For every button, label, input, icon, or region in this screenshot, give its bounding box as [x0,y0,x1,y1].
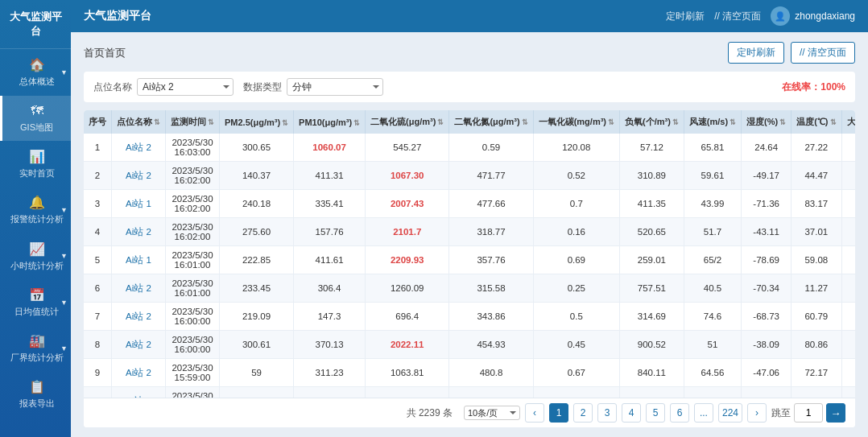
table-cell: 38.89 [684,387,741,398]
export-button[interactable]: 定时刷新 [728,42,784,64]
table-cell: 147.3 [294,303,366,331]
sidebar-item-alarm-label: 报警统计分析 [10,213,64,225]
table-cell: 315.58 [449,274,533,303]
sort-so2[interactable]: ⇅ [437,118,444,126]
table-cell [841,134,855,162]
page-5[interactable]: 5 [646,403,665,423]
table-cell: 40.5 [684,274,741,303]
table-cell: 696.4 [366,303,449,331]
per-page-select[interactable]: 10条/页 20条/页 50条/页 [464,406,520,420]
sidebar-item-small-stat[interactable]: 📈 小时统计分析 ▼ [0,233,71,279]
page-4[interactable]: 4 [622,403,641,423]
table-cell: 74.6 [684,303,741,331]
factory-icon: 🏭 [29,333,45,348]
page-next[interactable]: › [747,403,767,423]
table-cell: 480.8 [449,359,533,387]
table-cell[interactable]: Ai站 2 [112,134,166,162]
col-so2: 二氧化硫(μg/m³)⇅ [366,110,449,134]
table-cell[interactable]: Ai站 2 [112,162,166,190]
table-row: 2Ai站 22023/5/30 16:02:00140.37411.311067… [84,162,855,190]
sidebar-item-realtime[interactable]: 📊 实时首页 [0,141,71,187]
table-cell: 120.08 [533,134,619,162]
table-cell: 2023/5/30 16:03:00 [166,134,220,162]
page-2[interactable]: 2 [573,403,593,423]
type-select[interactable]: 分钟 小时 日 [287,78,383,96]
sidebar-menu: 🏠 总体概述 ▼ 🗺 GIS地图 📊 实时首页 🔔 报警统计分析 ▼ 📈 小时统… [0,49,71,437]
sort-station[interactable]: ⇅ [154,118,160,126]
page-jump-input[interactable] [794,403,823,423]
col-time: 监测时间⇅ [166,110,220,134]
page-prev[interactable]: ‹ [525,403,544,423]
sort-o3[interactable]: ⇅ [608,118,614,126]
avatar-icon: 👤 [775,11,786,22]
sidebar-item-alarm[interactable]: 🔔 报警统计分析 ▼ [0,187,71,233]
table-cell: 1063.81 [366,359,449,387]
small-stat-icon: 📈 [29,241,45,257]
sort-time[interactable]: ⇅ [208,118,214,126]
table-row: 1Ai站 22023/5/30 16:03:00300.651060.07545… [84,134,855,162]
table-cell: 240.18 [220,190,294,218]
sort-pm10[interactable]: ⇅ [353,119,360,127]
sidebar-item-overview-label: 总体概述 [19,76,55,87]
table-row: 3Ai站 12023/5/30 16:02:00240.18335.412007… [84,190,855,218]
sort-pm25[interactable]: ⇅ [282,119,288,127]
table-cell: 0.25 [533,274,619,303]
table-cell[interactable]: Ai站 2 [112,387,166,398]
table-cell: 411.35 [619,190,684,218]
table-cell[interactable]: Ai站 2 [112,274,166,303]
col-humidity: 湿度(%)⇅ [742,110,792,134]
table-row: 6Ai站 22023/5/30 16:01:00233.45306.41260.… [84,274,855,303]
table-cell[interactable]: Ai站 2 [112,331,166,359]
sort-no2[interactable]: ⇅ [522,118,528,126]
table-cell: 355.79 [619,387,684,398]
table-cell[interactable]: Ai站 2 [112,359,166,387]
page-last[interactable]: 224 [718,403,742,423]
sidebar: 大气监测平台 🏠 总体概述 ▼ 🗺 GIS地图 📊 实时首页 🔔 报警统计分析 … [0,0,71,437]
sidebar-item-gis[interactable]: 🗺 GIS地图 [0,96,71,141]
table-cell: 44.47 [792,162,841,190]
header-actions: 定时刷新 // 清空页面 [728,42,855,64]
table-cell: 0.5 [533,303,619,331]
table-cell[interactable]: Ai站 2 [112,303,166,331]
sort-humidity[interactable]: ⇅ [779,118,786,126]
sort-windspeed[interactable]: ⇅ [730,118,736,126]
page-6[interactable]: 6 [670,403,689,423]
table-cell: 40 [841,387,855,398]
table-cell: 57.12 [619,134,684,162]
table-cell: -49.17 [742,162,792,190]
table-cell: 411.61 [294,246,366,274]
table-cell: 3 [84,190,112,218]
table-cell: 2023/5/30 16:02:00 [166,218,220,246]
sort-temp[interactable]: ⇅ [830,118,837,126]
page-go-button[interactable]: → [826,403,845,423]
col-no2: 二氧化氮(μg/m³)⇅ [449,110,533,134]
total-count: 共 2239 条 [407,406,453,420]
table-cell: 2023/5/30 16:01:00 [166,246,220,274]
sidebar-item-report[interactable]: 📋 报表导出 [0,371,71,417]
col-co: 负氧(个/m³)⇅ [619,110,684,134]
table-cell: 2023/5/30 16:00:00 [166,303,220,331]
table-cell[interactable]: Ai站 1 [112,246,166,274]
station-select[interactable]: Ai站x 2 Ai站x 1 Ai站x 3 [137,78,234,96]
table-cell: 2023/5/30 16:01:00 [166,274,220,303]
sidebar-item-overview[interactable]: 🏠 总体概述 ▼ [0,49,71,95]
table-cell[interactable]: Ai站 1 [112,190,166,218]
table-cell: 0.7 [533,190,619,218]
auto-refresh-button[interactable]: 定时刷新 [666,10,705,23]
table-cell: 370.13 [294,331,366,359]
table-cell[interactable]: Ai站 2 [112,218,166,246]
topbar-right: 定时刷新 // 清空页面 👤 zhongdaxiang [666,6,855,26]
table-cell: 4 [84,218,112,246]
overview-icon: 🏠 [29,57,45,72]
sidebar-item-factory[interactable]: 🏭 厂界统计分析 ▼ [0,325,71,371]
sidebar-item-daily[interactable]: 📅 日均值统计 ▼ [0,279,71,325]
table-cell: 64.56 [684,359,741,387]
table-cell: 357.76 [449,246,533,274]
table-cell: 545.27 [366,134,449,162]
station-filter-label: 点位名称 [93,80,132,94]
clear-page-button[interactable]: // 清空页面 [714,10,761,23]
clear-button[interactable]: // 清空页面 [791,42,855,64]
page-1[interactable]: 1 [549,403,568,423]
page-3[interactable]: 3 [597,403,617,423]
sort-co[interactable]: ⇅ [672,118,679,126]
